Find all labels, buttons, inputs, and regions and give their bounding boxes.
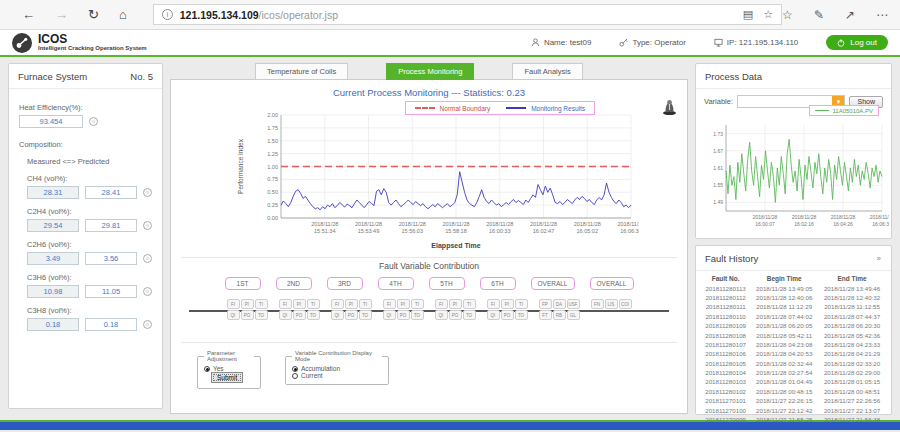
fault-history-row[interactable]: 2018112701002018/11/27 22:12:422018/11/2…	[701, 405, 886, 414]
variable-box[interactable]: TI	[359, 299, 372, 309]
predicted-value[interactable]: 0.18	[85, 318, 137, 331]
fault-history-row[interactable]: 2018112801062018/11/28 04:20:532018/11/2…	[701, 349, 886, 358]
variable-box[interactable]: PI	[449, 299, 462, 309]
variable-box[interactable]: QI	[227, 310, 240, 320]
fault-history-row[interactable]: 2018112801092018/11/28 06:20:052018/11/2…	[701, 321, 886, 330]
fvc-button-overall[interactable]: OVERALL	[590, 277, 634, 290]
variable-box[interactable]: TO	[463, 310, 476, 320]
variable-box[interactable]: TI	[463, 299, 476, 309]
share-icon[interactable]: ↗	[845, 8, 855, 22]
measured-value[interactable]: 3.49	[27, 252, 79, 265]
gas-status-icon[interactable]	[143, 287, 152, 296]
measured-value[interactable]: 10.98	[27, 285, 79, 298]
fvc-button-overall[interactable]: OVERALL	[531, 277, 575, 290]
reading-view-icon[interactable]: ▤	[743, 8, 753, 21]
param-yes-radio[interactable]	[204, 366, 210, 372]
measured-value[interactable]: 28.31	[27, 186, 79, 199]
variable-box[interactable]: FT	[539, 310, 552, 320]
predicted-value[interactable]: 28.41	[85, 186, 137, 199]
fault-history-row[interactable]: 2018112700992018/11/27 21:55:252018/11/2…	[701, 415, 886, 424]
address-bar[interactable]: i 121.195.134.109 /icos/operator.jsp ▤ ☆	[153, 4, 782, 25]
variable-box[interactable]: PO	[241, 310, 254, 320]
fvc-button-1st[interactable]: 1ST	[225, 277, 261, 290]
variable-box[interactable]: FI	[383, 299, 396, 309]
fvc-button-6th[interactable]: 6TH	[480, 277, 516, 290]
measured-value[interactable]: 0.18	[27, 318, 79, 331]
predicted-value[interactable]: 3.56	[85, 252, 137, 265]
variable-box[interactable]: PI	[241, 299, 254, 309]
fault-history-row[interactable]: 2018112801082018/11/28 05:42:112018/11/2…	[701, 330, 886, 339]
gas-status-icon[interactable]	[143, 221, 152, 230]
variable-box[interactable]: PI	[501, 299, 514, 309]
fault-history-row[interactable]: 2018112801022018/11/28 00:48:152018/11/2…	[701, 387, 886, 396]
more-menu-icon[interactable]: ⋯	[876, 8, 888, 22]
gas-status-icon[interactable]	[143, 320, 152, 329]
alarm-beacon-icon[interactable]	[662, 98, 677, 115]
back-icon[interactable]: ←	[22, 8, 35, 21]
variable-box[interactable]: FI	[487, 299, 500, 309]
variable-box[interactable]: QI	[487, 310, 500, 320]
home-icon[interactable]: ⌂	[119, 8, 127, 21]
variable-box[interactable]: FI	[279, 299, 292, 309]
variable-box[interactable]: USF	[567, 299, 580, 309]
variable-box[interactable]: PO	[449, 310, 462, 320]
fvc-button-2nd[interactable]: 2ND	[276, 277, 312, 290]
predicted-value[interactable]: 29.81	[85, 219, 137, 232]
site-info-icon[interactable]: i	[162, 9, 173, 20]
gas-status-icon[interactable]	[143, 188, 152, 197]
variable-box[interactable]: FN	[591, 299, 604, 309]
refresh-icon[interactable]: ↻	[88, 8, 99, 21]
variable-box[interactable]: TO	[307, 310, 320, 320]
variable-box[interactable]: LIS	[605, 299, 618, 309]
fault-history-row[interactable]: 2018112801122018/11/28 12:40:062018/11/2…	[701, 293, 886, 302]
variable-box[interactable]: PI	[293, 299, 306, 309]
variable-box[interactable]: TO	[359, 310, 372, 320]
variable-box[interactable]: DA	[553, 299, 566, 309]
favorites-hub-icon[interactable]: ☆	[782, 8, 793, 22]
fault-history-row[interactable]: 2018112801102018/11/28 07:44:022018/11/2…	[701, 312, 886, 321]
variable-box[interactable]: FI	[227, 299, 240, 309]
submit-button[interactable]: Submit	[211, 372, 243, 383]
heat-efficiency-status-icon[interactable]	[89, 117, 98, 126]
variable-box[interactable]: GL	[567, 310, 580, 320]
variable-box[interactable]: FI	[435, 299, 448, 309]
variable-box[interactable]: PI	[345, 299, 358, 309]
variable-box[interactable]: TI	[411, 299, 424, 309]
mode-radio-accumulation[interactable]	[292, 366, 298, 372]
fault-history-row[interactable]: 2018112701012018/11/27 22:26:152018/11/2…	[701, 396, 886, 405]
variable-box[interactable]: RB	[553, 310, 566, 320]
variable-box[interactable]: TI	[515, 299, 528, 309]
fault-history-row[interactable]: 2018112801072018/11/28 04:23:082018/11/2…	[701, 340, 886, 349]
gas-status-icon[interactable]	[143, 254, 152, 263]
variable-box[interactable]: TI	[307, 299, 320, 309]
variable-box[interactable]: PO	[345, 310, 358, 320]
tab-temperature-of-coils[interactable]: Temperature of Coils	[255, 63, 348, 80]
fault-history-row[interactable]: 2018112801052018/11/28 02:32:442018/11/2…	[701, 359, 886, 368]
fvc-button-5th[interactable]: 5TH	[429, 277, 465, 290]
forward-icon[interactable]: →	[55, 8, 68, 21]
annotate-pen-icon[interactable]: ✎	[814, 8, 824, 22]
variable-box[interactable]: QI	[331, 310, 344, 320]
fault-history-more-button[interactable]: »	[877, 254, 882, 263]
variable-box[interactable]: TO	[255, 310, 268, 320]
variable-box[interactable]: PO	[293, 310, 306, 320]
variable-box[interactable]: QI	[279, 310, 292, 320]
variable-box[interactable]: FI	[331, 299, 344, 309]
fault-history-row[interactable]: 2018112801032018/11/28 01:04:492018/11/2…	[701, 377, 886, 386]
mode-radio-current[interactable]	[292, 373, 298, 379]
variable-box[interactable]: FP	[539, 299, 552, 309]
variable-box[interactable]: COI	[619, 299, 632, 309]
variable-box[interactable]: TO	[515, 310, 528, 320]
fvc-button-4th[interactable]: 4TH	[378, 277, 414, 290]
tab-process-monitoring[interactable]: Process Monitoring	[386, 63, 474, 80]
variable-box[interactable]: QI	[435, 310, 448, 320]
variable-box[interactable]: PO	[501, 310, 514, 320]
fvc-button-3rd[interactable]: 3RD	[327, 277, 363, 290]
favorite-star-icon[interactable]: ☆	[763, 8, 773, 21]
variable-box[interactable]: PO	[397, 310, 410, 320]
fault-history-row[interactable]: 2018112801042018/11/28 02:27:542018/11/2…	[701, 368, 886, 377]
variable-box[interactable]: QI	[383, 310, 396, 320]
fault-history-row[interactable]: 2018112801112018/11/28 11:12:292018/11/2…	[701, 302, 886, 311]
variable-box[interactable]: TO	[411, 310, 424, 320]
predicted-value[interactable]: 11.05	[85, 285, 137, 298]
